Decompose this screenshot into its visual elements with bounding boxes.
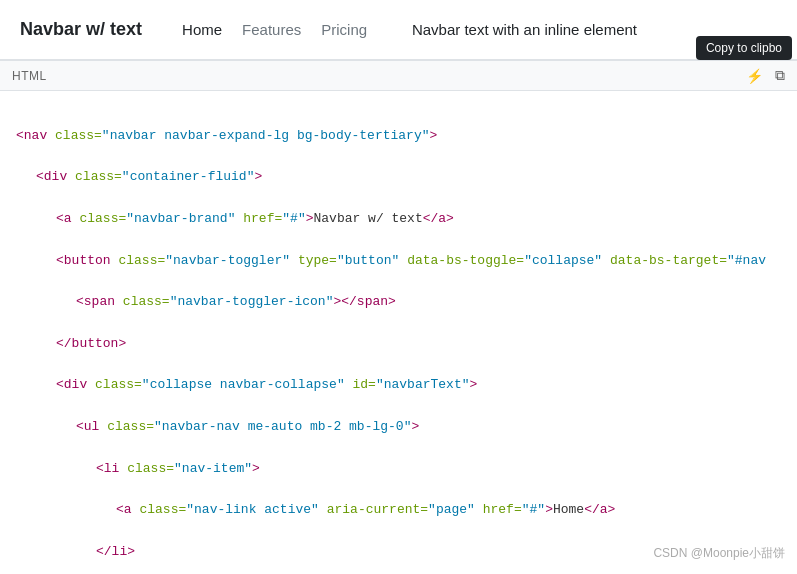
code-line: <div class="collapse navbar-collapse" id… xyxy=(16,375,781,396)
watermark: CSDN @Moonpie小甜饼 xyxy=(653,545,785,562)
nav-link-features[interactable]: Features xyxy=(242,21,301,38)
code-toolbar-icons xyxy=(746,67,785,84)
code-line: <span class="navbar-toggler-icon"></span… xyxy=(16,292,781,313)
code-line: <ul class="navbar-nav me-auto mb-2 mb-lg… xyxy=(16,417,781,438)
code-line: <a class="navbar-brand" href="#">Navbar … xyxy=(16,209,781,230)
preview-bar: Navbar w/ text Home Features Pricing Nav… xyxy=(0,0,797,60)
nav-link-home[interactable]: Home xyxy=(182,21,222,38)
copy-tooltip: Copy to clipbo xyxy=(696,36,792,60)
copy-button-icon[interactable] xyxy=(775,67,785,84)
nav-link-pricing[interactable]: Pricing xyxy=(321,21,367,38)
code-toolbar: HTML xyxy=(0,60,797,91)
code-lang-label: HTML xyxy=(12,69,47,83)
code-line: <li class="nav-item"> xyxy=(16,459,781,480)
code-line: <nav class="navbar navbar-expand-lg bg-b… xyxy=(16,126,781,147)
code-line: <div class="container-fluid"> xyxy=(16,167,781,188)
lightning-icon[interactable] xyxy=(746,68,763,84)
preview-nav: Home Features Pricing xyxy=(182,21,367,38)
code-line: </button> xyxy=(16,334,781,355)
code-line: <button class="navbar-toggler" type="but… xyxy=(16,251,781,272)
code-panel: HTML <nav class="navbar navbar-expand-lg… xyxy=(0,60,797,574)
navbar-brand: Navbar w/ text xyxy=(20,19,142,40)
code-line: <a class="nav-link active" aria-current=… xyxy=(16,500,781,521)
code-content: <nav class="navbar navbar-expand-lg bg-b… xyxy=(0,91,797,574)
navbar-right-text: Navbar text with an inline element xyxy=(412,21,637,38)
